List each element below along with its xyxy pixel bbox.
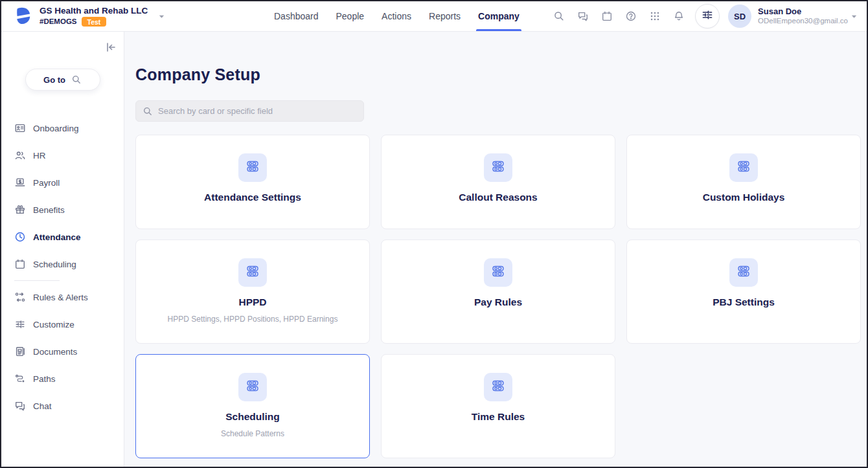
preferences-button[interactable] [695,4,720,28]
setup-card-scheduling[interactable]: Scheduling Schedule Patterns [135,354,370,458]
card-title: Custom Holidays [703,192,785,203]
card-title: Callout Reasons [459,192,537,203]
setup-card-pbj-settings[interactable]: PBJ Settings [626,240,861,344]
setup-card-time-rules[interactable]: Time Rules [381,354,615,458]
test-badge: Test [82,17,107,27]
company-selector[interactable]: GS Health and Rehab LLC #DEMOGS Test [40,6,148,27]
apps-icon[interactable] [649,10,661,22]
setup-card-grid: Attendance Settings Callout Reasons Cust… [135,135,861,458]
card-title: Scheduling [225,411,280,423]
card-search [135,100,364,122]
sidebar-item-label: HR [33,151,46,161]
sidebar-divider [14,280,60,281]
card-title: Pay Rules [474,296,522,308]
help-icon[interactable] [625,10,637,22]
collapse-left-icon[interactable] [104,41,117,54]
search-icon [71,74,82,85]
sidebar-item-label: Chat [33,401,52,411]
sidebar-item-benefits[interactable]: Benefits [1,196,124,223]
sidebar-item-label: Onboarding [33,124,79,133]
sidebar-menu: Onboarding HR Payroll Benefits Attendanc… [1,115,124,419]
toggles-icon [736,263,751,282]
nav-item-actions[interactable]: Actions [382,1,411,31]
tune-icon [701,8,714,24]
sidebar-item-label: Paths [33,374,56,384]
sidebar-item-rules-alerts[interactable]: Rules & Alerts [1,284,124,311]
goto-label: Go to [43,75,65,85]
rules-icon [14,291,26,303]
sidebar-item-label: Rules & Alerts [33,293,88,302]
logo-icon [13,6,32,26]
sidebar-item-label: Documents [33,347,77,357]
sidebar-item-paths[interactable]: Paths [1,365,124,392]
chat-icon [14,400,26,412]
search-icon[interactable] [553,10,565,22]
sidebar-item-payroll[interactable]: Payroll [1,169,124,196]
header-right: SD Susan Doe ODellEmpeon30@gmail.co [553,4,858,28]
goto-button[interactable]: Go to [25,69,100,91]
search-input[interactable] [158,106,357,116]
notifications-icon[interactable] [673,10,685,22]
sidebar-item-chat[interactable]: Chat [1,392,124,419]
chevron-down-icon[interactable] [158,13,165,20]
sidebar-item-attendance[interactable]: Attendance [1,223,124,251]
sidebar-item-label: Scheduling [33,260,76,269]
setup-card-attendance-settings[interactable]: Attendance Settings [135,135,370,229]
chevron-down-icon[interactable] [851,13,858,20]
top-header: GS Health and Rehab LLC #DEMOGS Test Das… [1,1,867,32]
card-title: Attendance Settings [204,192,301,203]
main-nav: DashboardPeopleActionsReportsCompany [274,1,520,31]
id-card-icon [14,122,26,134]
sidebar: Go to Onboarding HR Payroll Benefits Att… [1,32,124,467]
toggles-icon [490,263,506,282]
header-icons [553,10,685,22]
user-email: ODellEmpeon30@gmail.co [758,17,848,26]
nav-label: Dashboard [274,11,319,21]
sidebar-item-onboarding[interactable]: Onboarding [1,115,124,142]
nav-item-people[interactable]: People [336,1,365,31]
people-icon [14,150,26,161]
setup-card-hppd[interactable]: HPPD HPPD Settings, HPPD Positions, HPPD… [135,240,370,344]
sidebar-item-customize[interactable]: Customize [1,311,124,338]
nav-label: Actions [382,11,411,21]
main-content: Company Setup Attendance Settings Callou… [124,32,867,467]
messages-icon[interactable] [577,10,589,22]
sidebar-item-label: Customize [33,320,74,329]
body: Go to Onboarding HR Payroll Benefits Att… [1,32,867,467]
card-title: Time Rules [472,411,525,423]
payroll-icon [14,177,26,188]
toggles-icon [245,378,260,396]
setup-card-callout-reasons[interactable]: Callout Reasons [381,135,615,229]
page-title: Company Setup [135,65,863,84]
sidebar-item-scheduling[interactable]: Scheduling [1,251,124,278]
nav-label: Company [478,11,520,21]
sidebar-item-hr[interactable]: HR [1,142,124,169]
user-block[interactable]: Susan Doe ODellEmpeon30@gmail.co [758,6,848,25]
toggles-icon [245,263,260,282]
sidebar-item-label: Payroll [33,178,60,188]
sliders-icon [14,318,26,330]
document-icon [14,346,26,357]
setup-card-pay-rules[interactable]: Pay Rules [381,240,615,344]
toggles-icon [245,159,260,177]
company-sub: #DEMOGS Test [40,17,148,27]
card-title: PBJ Settings [713,296,775,308]
card-subtitle: Schedule Patterns [221,429,284,438]
card-title: HPPD [238,296,266,308]
nav-label: Reports [429,11,461,21]
company-name: GS Health and Rehab LLC [40,6,148,16]
nav-item-reports[interactable]: Reports [429,1,461,31]
toggles-icon [490,159,506,177]
sidebar-item-documents[interactable]: Documents [1,338,124,365]
nav-item-dashboard[interactable]: Dashboard [274,1,319,31]
user-name: Susan Doe [758,6,848,17]
route-icon [14,373,26,384]
setup-card-custom-holidays[interactable]: Custom Holidays [626,135,861,229]
calendar-icon [14,258,26,270]
calendar-icon[interactable] [601,10,613,22]
nav-item-company[interactable]: Company [478,1,520,31]
card-subtitle: HPPD Settings, HPPD Positions, HPPD Earn… [168,315,338,324]
avatar[interactable]: SD [728,5,751,28]
sidebar-item-label: Benefits [33,205,65,215]
app-window: GS Health and Rehab LLC #DEMOGS Test Das… [0,0,868,468]
